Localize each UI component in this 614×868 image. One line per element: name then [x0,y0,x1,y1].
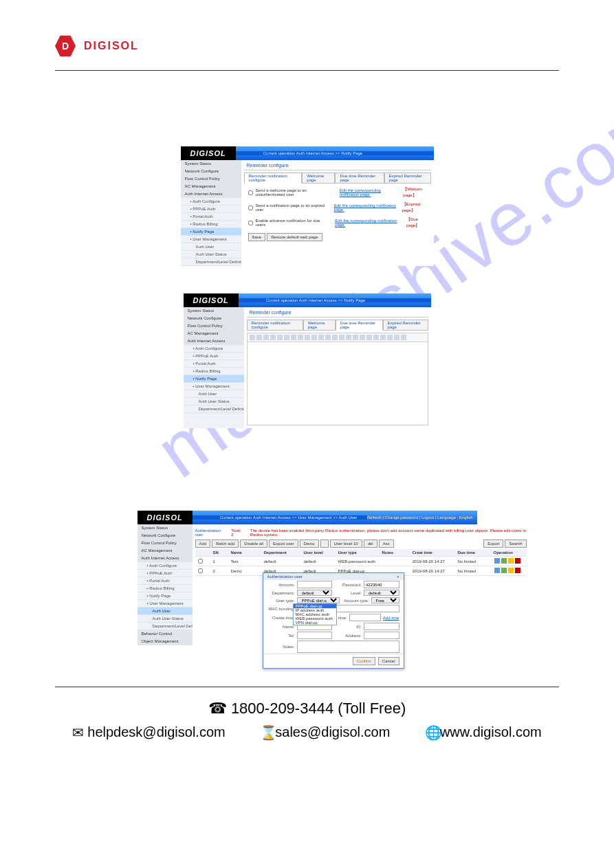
sidebar-subitem[interactable]: • Auth Configure [181,198,241,205]
sidebar-item[interactable]: Network Configure [181,168,241,175]
sidebar-subitem[interactable]: • Auth Configure [184,345,244,353]
delete-icon[interactable] [515,568,520,573]
row-checkbox[interactable] [198,568,203,573]
utype-select[interactable]: PPPoE dial-up [297,597,340,603]
sidebar-subsubitem[interactable]: Department/Level Definition [138,623,193,630]
addr-input[interactable] [364,632,399,639]
sidebar-item[interactable]: AC Management [138,547,193,555]
option-checkbox[interactable] [248,205,253,210]
sidebar-subitem[interactable]: • User Management [138,600,193,608]
action-button[interactable]: User level 10 [330,539,362,548]
sidebar-item[interactable]: System Status [181,160,241,168]
sidebar-item[interactable]: AC Management [184,330,244,337]
tel-input[interactable] [297,632,333,639]
edit-link[interactable]: Edit the corresponding notification page… [335,219,404,227]
sidebar-subsubitem[interactable]: Department/Level Definition [181,258,241,266]
action-button[interactable]: Disable all [240,539,267,548]
tab[interactable]: Welcome page [302,173,335,183]
level-select[interactable]: default [364,590,399,596]
sidebar-subitem[interactable]: • Portal Auth [138,577,193,585]
sidebar-subsubitem[interactable]: Department/Level Definition [184,405,244,413]
action-button[interactable] [320,539,329,548]
sidebar-item[interactable]: AC Management [181,183,241,190]
lock-icon[interactable] [508,568,514,573]
sidebar-item[interactable]: Object Management [138,638,193,645]
expire-input[interactable] [349,614,381,621]
action-button[interactable]: Demo [300,539,319,548]
sidebar-subsubitem[interactable]: Auth User Status [184,398,244,405]
sidebar-item[interactable]: Network Configure [138,532,193,539]
rich-text-editor[interactable] [247,342,428,425]
cancel-button[interactable]: Cancel [378,657,399,665]
action-button[interactable]: Asc [379,539,394,548]
sidebar-subsubitem[interactable]: Auth User [138,608,193,615]
tab[interactable]: Reminder notification configure [244,173,303,183]
edit-link[interactable]: Edit the corresponding notification page… [340,188,401,197]
row-checkbox[interactable] [198,559,203,564]
sidebar-subsubitem[interactable]: Auth User [181,243,241,251]
delete-icon[interactable] [515,558,520,564]
sidebar-subitem[interactable]: • Portal Auth [181,213,241,221]
action-button[interactable]: Search [505,539,526,548]
password-input[interactable] [364,581,399,588]
sidebar-subsubitem[interactable]: Auth User [184,390,244,398]
tab[interactable]: Reminder notification configure [247,320,303,331]
sidebar-subitem[interactable]: • User Management [184,383,244,390]
account-type-select[interactable]: Free [371,597,399,603]
confirm-button[interactable]: Confirm [353,657,375,665]
sidebar-item[interactable]: Flow Control Policy [181,175,241,183]
tab[interactable]: Welcome page [303,320,336,331]
sidebar-subitem[interactable]: • Notify Page [138,592,193,600]
sidebar-subitem[interactable]: • PPPoE Auth [181,205,241,213]
dept-select[interactable]: default [297,590,333,596]
notes-input[interactable] [297,641,399,653]
lock-icon[interactable] [508,558,514,564]
action-button[interactable]: Add [195,539,211,548]
sidebar-item[interactable]: Flow Control Policy [184,322,244,330]
sidebar-subitem[interactable]: • Portal Auth [184,360,244,368]
action-button[interactable]: Batch add [212,539,239,548]
sidebar-subsubitem[interactable]: Auth User Status [181,251,241,258]
sidebar-subitem[interactable]: • Auth Configure [138,562,193,570]
account-input[interactable] [297,581,333,588]
add-time-link[interactable]: Add time [383,616,399,620]
sidebar-item[interactable]: Behavior Control [138,630,193,638]
sidebar-subitem[interactable]: • Radius Billing [138,585,193,592]
sidebar-item[interactable]: Auth Internet Access [184,337,244,345]
detail-icon[interactable] [501,558,507,564]
sidebar-subitem[interactable]: • Notify Page [184,375,244,383]
id-input[interactable] [364,623,399,630]
option-checkbox[interactable] [248,221,253,225]
sidebar-subitem[interactable]: • PPPoE Auth [184,353,244,360]
restore-default-button[interactable]: Restore default web page [267,233,322,241]
sidebar-subitem[interactable]: • User Management [181,236,241,243]
tab[interactable]: Due time Reminder page [335,173,384,183]
bracket-link[interactable]: 【Welcom page】 [403,186,430,199]
bracket-link[interactable]: 【Due page】 [406,216,430,229]
tab[interactable]: Due time Reminder page [336,320,383,331]
close-icon[interactable]: × [397,575,399,579]
sidebar-item[interactable]: System Status [138,524,193,532]
edit-icon[interactable] [494,568,500,573]
sidebar-item[interactable]: Auth Internet Access [181,190,241,198]
sidebar-item[interactable]: Auth Internet Access [138,555,193,562]
sidebar-subitem[interactable]: • Notify Page [181,228,241,236]
action-button[interactable]: Export user [269,539,298,548]
edit-icon[interactable] [494,558,500,564]
tab[interactable]: Expired Reminder page [383,320,428,331]
action-button[interactable]: del [364,539,377,548]
sidebar-subitem[interactable]: • PPPoE Auth [138,570,193,577]
sidebar-item[interactable]: Flow Control Policy [138,539,193,547]
sidebar-subsubitem[interactable]: Auth User Status [138,615,193,623]
editor-toolbar[interactable] [247,333,428,342]
sidebar-subitem[interactable]: • Radius Billing [184,368,244,375]
save-button[interactable]: Save [248,233,266,241]
sidebar-subitem[interactable]: • Radius Billing [181,221,241,228]
utype-dropdown-list[interactable]: PPPoE dial-upIP address authMAC address … [293,603,337,625]
sidebar-item[interactable]: Network Configure [184,315,244,322]
bracket-link[interactable]: 【Expired page】 [402,201,431,214]
sidebar-item[interactable]: System Status [184,307,244,315]
edit-link[interactable]: Edit the corresponding notification page… [334,203,399,212]
action-button[interactable]: Export [483,539,503,548]
option-checkbox[interactable] [248,190,253,195]
